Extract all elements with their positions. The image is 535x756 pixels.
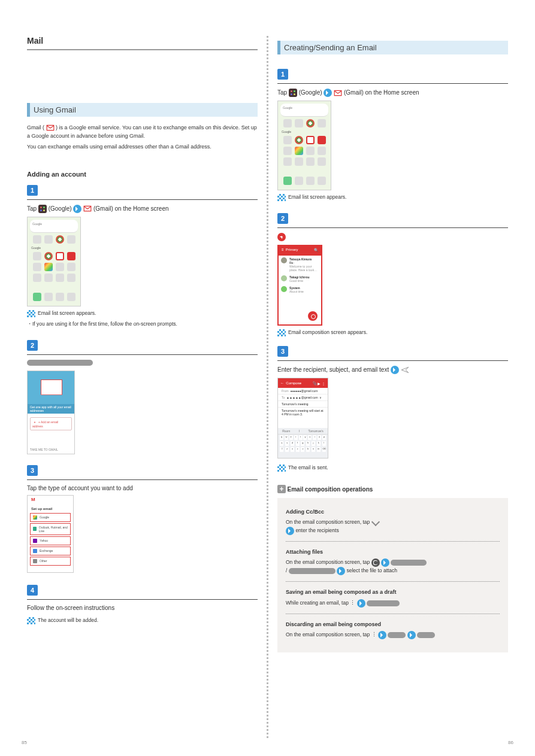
r-step-1-num: 1 xyxy=(277,69,288,80)
section-using-gmail: Using Gmail xyxy=(27,103,258,117)
op-ccbcc: Adding Cc/Bcc On the email composition s… xyxy=(286,505,500,541)
r-step-3-num: 3 xyxy=(277,346,288,357)
step-1-after-b: ・If you are using it for the first time,… xyxy=(27,321,258,328)
r-step-1-text: Tap (Google) (Gmail) on the Home screen xyxy=(277,89,508,97)
step-1-after: Email list screen appears. xyxy=(27,310,258,317)
step-2-action xyxy=(27,360,93,366)
screenshot-compose: ← Compose📎 ▶ ⋮ From ●●●●●●@gmail.com To … xyxy=(277,378,328,459)
apps-grid-icon xyxy=(38,205,47,213)
op-draft: Saving an email being composed as a draf… xyxy=(286,581,500,613)
step-4-text: Follow the on-screen instructions xyxy=(27,605,258,611)
page-header-rule: Mail xyxy=(27,36,258,50)
r-step-3-text: Enter the recipient, subject, and email … xyxy=(277,366,508,374)
r-step-2-text xyxy=(277,233,508,241)
step-3-text: Tap the type of account you want to add xyxy=(27,485,258,491)
apps-grid-icon xyxy=(289,89,297,97)
page-num-right: 86 xyxy=(508,740,513,745)
op-discard: Discarding an email being composed On th… xyxy=(286,614,500,645)
step-2-num: 2 xyxy=(27,340,38,351)
screenshot-welcome: Get one app with all your email addresse… xyxy=(27,371,75,454)
screenshot-inbox: ≡ Primary🔍 Tatsuya KimuraRe:Welcome to y… xyxy=(277,245,322,326)
arrow-icon xyxy=(378,631,386,639)
gmail-intro-2: You can exchange emails using email addr… xyxy=(27,143,258,151)
flag-icon xyxy=(277,194,286,201)
r-step-1-after: Email list screen appears. xyxy=(277,194,508,201)
flag-icon xyxy=(27,310,35,317)
plus-icon: + xyxy=(277,485,286,493)
chevron-down-icon xyxy=(371,519,381,526)
section-create-send: Creating/Sending an Email xyxy=(277,41,508,54)
compose-fab-icon xyxy=(277,233,286,241)
heading-add-account: Adding an account xyxy=(27,171,258,178)
screenshot-setup-email: M Set up email Google Outlook, Hotmail, … xyxy=(27,495,74,573)
arrow-icon xyxy=(381,558,389,567)
right-column: Creating/Sending an Email 1 Tap (Google)… xyxy=(268,36,517,738)
arrow-icon xyxy=(73,205,81,213)
arrow-icon xyxy=(357,599,365,608)
step-4-after: The account will be added. xyxy=(27,617,258,624)
r-step-2-num: 2 xyxy=(277,213,288,224)
paperclip-icon xyxy=(371,558,380,567)
flag-icon xyxy=(277,464,286,472)
gmail-icon xyxy=(334,90,342,96)
flag-icon xyxy=(277,329,286,336)
arrow-icon xyxy=(391,366,399,374)
step-1-text: Tap (Google) (Gmail) on the Home screen xyxy=(27,205,258,213)
r-step-3-after: The email is sent. xyxy=(277,464,508,472)
gmail-icon xyxy=(83,205,92,212)
screenshot-home-1: Google Google xyxy=(27,217,81,306)
gmail-intro: Gmail ( ) is a Google email service. You… xyxy=(27,124,258,141)
arrow-icon xyxy=(324,89,332,97)
left-column: Mail Using Gmail Gmail ( ) is a Google e… xyxy=(18,36,268,738)
page-title: Mail xyxy=(27,36,258,49)
step-3-num: 3 xyxy=(27,465,38,476)
r-step-2-after: Email composition screen appears. xyxy=(277,329,508,336)
gmail-icon xyxy=(46,125,55,131)
plus-heading: + Email composition operations xyxy=(277,485,508,493)
page-num-left: 85 xyxy=(22,740,27,745)
arrow-icon xyxy=(286,527,294,535)
operations-box: Adding Cc/Bcc On the email composition s… xyxy=(277,498,508,652)
step-1-num: 1 xyxy=(27,185,38,196)
flag-icon xyxy=(27,617,35,624)
send-icon xyxy=(401,366,409,374)
screenshot-home-2: Google Google xyxy=(277,101,331,190)
op-attach: Attaching files On the email composition… xyxy=(286,541,500,581)
arrow-icon xyxy=(337,567,345,575)
arrow-icon xyxy=(407,631,416,639)
step-4-num: 4 xyxy=(27,585,38,596)
